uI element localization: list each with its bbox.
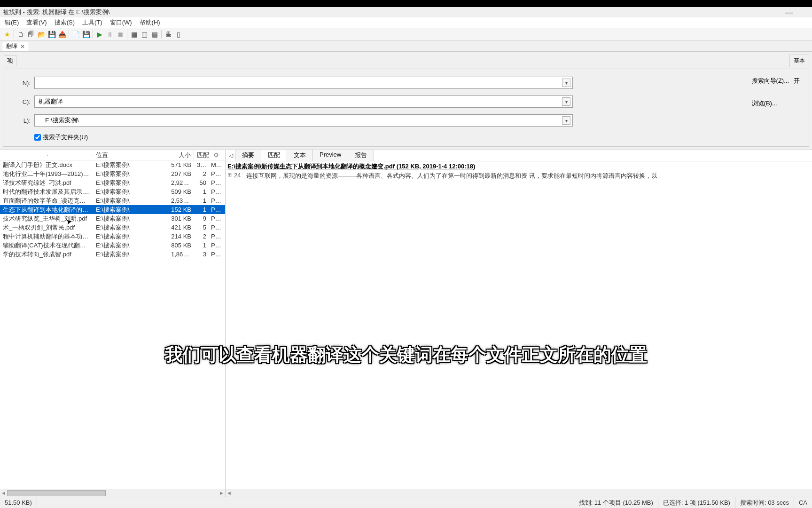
scroll-left-icon[interactable]: ◄ [226, 490, 232, 496]
results-list[interactable]: 翻译入门手册》正文.docxE:\搜索案例\571 KB372Mic地化行业二十… [0, 160, 225, 489]
result-row[interactable]: 翻译入门手册》正文.docxE:\搜索案例\571 KB372Mic [0, 160, 225, 169]
preview-tab-匹配[interactable]: 匹配 [261, 149, 287, 161]
cell-location: E:\搜索案例\ [93, 214, 168, 223]
scroll-right-icon[interactable]: ► [219, 490, 224, 496]
result-row[interactable]: 技术研究纵览_王华树_刘明.pdfE:\搜索案例\301 KB9PDI [0, 214, 225, 223]
result-row[interactable]: 译技术研究综述_刁洪.pdfE:\搜索案例\2,923 ...50PDI [0, 178, 225, 187]
results-pane: ▴ 位置 大小 匹配 ⚙ 翻译入门手册》正文.docxE:\搜索案例\571 K… [0, 150, 226, 497]
pause-icon[interactable]: ⏸ [105, 29, 115, 40]
tab-nav-left-icon[interactable]: ◁ [226, 151, 235, 161]
save-icon[interactable]: 💾 [47, 29, 57, 40]
close-tab-icon[interactable]: ✕ [20, 43, 25, 50]
layout1-icon[interactable]: ▦ [129, 29, 139, 40]
cell-name: 术_一柄双刃剑_刘常民.pdf [0, 223, 93, 232]
cell-name: 译技术研究综述_刁洪.pdf [0, 179, 93, 187]
print-icon[interactable]: 🖶 [163, 29, 173, 40]
preview-tab-报告[interactable]: 报告 [348, 149, 374, 161]
cell-location: E:\搜索案例\ [93, 161, 168, 169]
result-row[interactable]: 直面翻译的数字革命_读迈克尔_克罗...E:\搜索案例\2,532 ...1PD… [0, 196, 225, 205]
col-match[interactable]: 匹配 [194, 150, 209, 160]
scroll-thumb[interactable] [7, 490, 106, 496]
menu-search[interactable]: 搜索(S) [51, 17, 78, 28]
col-size[interactable]: 大小 [168, 150, 194, 160]
preview-tab-preview[interactable]: Preview [312, 149, 348, 161]
menu-window[interactable]: 窗口(W) [106, 17, 136, 28]
subfolders-label: 搜索子文件夹(U) [43, 133, 88, 142]
cell-location: E:\搜索案例\ [93, 241, 168, 250]
col-name[interactable]: ▴ [0, 154, 93, 156]
h-scrollbar[interactable]: ◄ ► [0, 489, 225, 497]
chevron-down-icon[interactable]: ▾ [562, 97, 570, 106]
minimize-button[interactable]: — [785, 8, 793, 17]
menu-tools[interactable]: 工具(T) [78, 17, 106, 28]
preview-tab-摘要[interactable]: 摘要 [235, 149, 261, 161]
search-tabbar: 翻译 ✕ [0, 40, 812, 52]
wizard-button[interactable]: 搜索向导(Z)... [752, 77, 789, 85]
copy-icon[interactable]: 🗐 [26, 29, 36, 40]
cell-match: 372 [194, 161, 209, 168]
menu-view[interactable]: 查看(V) [23, 17, 50, 28]
stop-icon[interactable]: ⏹ [115, 29, 125, 40]
cell-name: 学的技术转向_张成智.pdf [0, 250, 93, 259]
open-icon[interactable]: 📂 [36, 29, 47, 40]
result-row[interactable]: 生态下从翻译到本地化翻译的概念...E:\搜索案例\152 KB1PDI [0, 205, 225, 214]
options-tab-label[interactable]: 项 [4, 55, 16, 66]
subfolders-checkbox[interactable] [34, 134, 41, 141]
cell-size: 301 KB [168, 215, 194, 222]
search-panel: 项 基本 N): ▾ C): 机器翻译 ▾ L): E:\ [0, 52, 812, 150]
basic-tab-label[interactable]: 基本 [789, 55, 809, 67]
result-row[interactable]: 术_一柄双刃剑_刘常民.pdfE:\搜索案例\421 KB5PDI [0, 223, 225, 232]
content-label: C): [8, 98, 31, 105]
cell-name: 直面翻译的数字革命_读迈克尔_克罗... [0, 197, 93, 205]
cell-match: 1 [194, 206, 209, 213]
cell-match: 9 [194, 215, 209, 222]
layout2-icon[interactable]: ▥ [139, 29, 149, 40]
result-row[interactable]: 辅助翻译(CAT)技术在现代翻译中...E:\搜索案例\805 KB1PDI [0, 241, 225, 250]
save2-icon[interactable]: 💾 [81, 29, 91, 40]
cell-type: PDI [209, 242, 223, 249]
menu-help[interactable]: 帮助(H) [136, 17, 164, 28]
result-row[interactable]: 程中计算机辅助翻译的基本功能.pdfE:\搜索案例\214 KB2PDI [0, 232, 225, 241]
result-row[interactable]: 时代的翻译技术发展及其启示.pdfE:\搜索案例\509 KB1PDI [0, 187, 225, 196]
menu-edit[interactable]: 辑(E) [1, 17, 23, 28]
result-row[interactable]: 地化行业二十年(1993—2012).pdfE:\搜索案例\207 KB2PDI [0, 169, 225, 178]
preview-h-scrollbar[interactable]: ◄ [226, 489, 812, 497]
play-icon[interactable]: ▶ [94, 29, 105, 40]
location-combo[interactable]: E:\搜索案例\ ▾ [34, 114, 573, 127]
new-doc-icon[interactable]: 🗋 [16, 29, 26, 40]
preview-file-path[interactable]: E:\搜索案例\新传媒生态下从翻译到本地化翻译的概念嬗变.pdf (152 KB… [227, 162, 810, 171]
search-tab-label: 翻译 [6, 42, 17, 50]
result-row[interactable]: 学的技术转向_张成智.pdfE:\搜索案例\1,868 ...3PDI [0, 250, 225, 259]
cell-size: 509 KB [168, 188, 194, 195]
layout3-icon[interactable]: ▤ [149, 29, 160, 40]
scroll-left-icon[interactable]: ◄ [1, 490, 6, 496]
chevron-down-icon[interactable]: ▾ [562, 116, 570, 125]
options-icon[interactable]: ▯ [173, 29, 184, 40]
preview-tabs: ◁ 摘要匹配文本Preview报告 [226, 150, 812, 161]
cell-name: 时代的翻译技术发展及其启示.pdf [0, 188, 93, 196]
titlebar: 被找到 - 搜索: 机器翻译 在 E:\搜索案例\ — [0, 7, 812, 17]
start-search-button[interactable]: 开 [794, 77, 804, 85]
preview-tab-文本[interactable]: 文本 [287, 149, 313, 161]
search-tab[interactable]: 翻译 ✕ [2, 41, 29, 51]
col-location[interactable]: 位置 [93, 150, 168, 160]
name-combo[interactable]: ▾ [34, 77, 573, 89]
chevron-down-icon[interactable]: ▾ [562, 79, 570, 87]
match-text: 连接互联网，展现的是海量的资源———各种语言、各式内容。人们为了在第一时间得到最… [246, 172, 810, 180]
cell-match: 2 [194, 233, 209, 240]
cell-size: 421 KB [168, 224, 194, 231]
expand-icon[interactable]: ⊞ [227, 172, 234, 180]
status-found: 找到: 11 个项目 (10.25 MB) [574, 497, 658, 508]
star-icon[interactable]: ★ [2, 29, 12, 40]
cell-location: E:\搜索案例\ [93, 179, 168, 187]
status-left: 51.50 KB) [0, 497, 37, 508]
cell-name: 地化行业二十年(1993—2012).pdf [0, 170, 93, 178]
export-icon[interactable]: 📤 [57, 29, 67, 40]
cell-size: 571 KB [168, 161, 194, 168]
content-combo[interactable]: 机器翻译 ▾ [34, 95, 573, 108]
browse-button[interactable]: 浏览(B)... [752, 99, 804, 108]
match-line[interactable]: ⊞ 24 连接互联网，展现的是海量的资源———各种语言、各式内容。人们为了在第一… [227, 172, 810, 180]
page-icon[interactable]: 📄 [70, 29, 81, 40]
col-type[interactable]: ⚙ [209, 151, 223, 159]
cell-size: 2,532 ... [168, 197, 194, 204]
